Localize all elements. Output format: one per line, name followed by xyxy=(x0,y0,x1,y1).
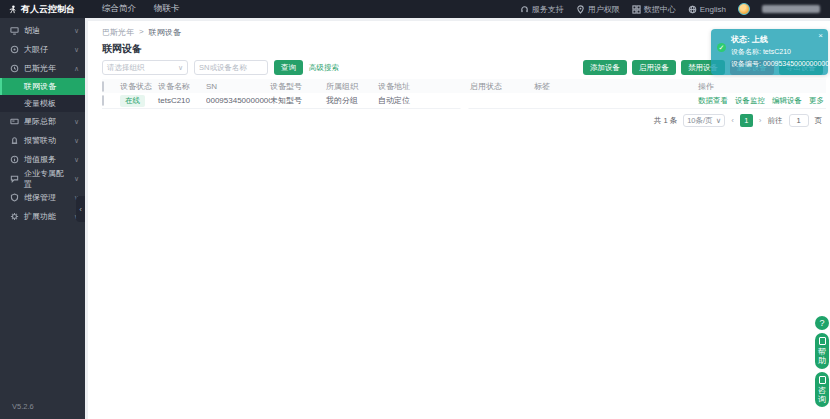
chevron-down-icon: ∨ xyxy=(74,27,79,35)
topnav-iot-card[interactable]: 物联卡 xyxy=(154,3,180,15)
col-operations: 操作 xyxy=(698,81,826,92)
eye-icon xyxy=(10,45,19,54)
toast-status-value: 上线 xyxy=(752,35,768,44)
col-sn: SN xyxy=(206,82,270,91)
success-check-icon: ✓ xyxy=(717,43,726,52)
sidebar-group-enterprise-config[interactable]: 企业专属配置 ∨ xyxy=(0,169,85,188)
gear-icon xyxy=(10,212,19,221)
sn-cell: 0009534500000000... xyxy=(206,96,270,105)
col-org: 所属组织 xyxy=(326,81,378,92)
model-cell: 未知型号 xyxy=(270,95,326,106)
user-permission-label: 用户权限 xyxy=(588,4,620,15)
col-model: 设备型号 xyxy=(270,81,326,92)
device-name-cell: tetsC210 xyxy=(158,96,206,105)
sidebar-item-variable-template[interactable]: 变量模板 xyxy=(0,95,85,112)
alarm-icon xyxy=(10,136,19,145)
edit-device-link[interactable]: 编辑设备 xyxy=(772,96,802,106)
data-center-link[interactable]: 数据中心 xyxy=(632,4,676,15)
sidebar-subitem-label: 联网设备 xyxy=(24,81,56,92)
brand-name: 有人云控制台 xyxy=(21,3,75,16)
col-address: 设备地址 xyxy=(378,81,470,92)
topbar: 有人云控制台 综合简介 物联卡 服务支持 用户权限 数据中心 English xyxy=(0,0,830,18)
org-select[interactable]: 请选择组织 ∨ xyxy=(102,60,188,75)
sidebar-group-buzz[interactable]: 巴斯光年 ∧ xyxy=(0,59,85,78)
device-monitor-link[interactable]: 设备监控 xyxy=(735,96,765,106)
filter-row: 请选择组织 ∨ 查询 高级搜索 xyxy=(102,60,339,75)
chevron-down-icon: ∨ xyxy=(74,118,79,126)
col-device-name: 设备名称 xyxy=(158,81,206,92)
sidebar-group-label: 报警联动 xyxy=(24,135,56,146)
col-tags: 标签 xyxy=(534,81,698,92)
sidebar-group-extensions[interactable]: 扩展功能 ∨ xyxy=(0,207,85,226)
goto-page-input[interactable] xyxy=(789,114,809,127)
more-link[interactable]: 更多 xyxy=(809,96,824,106)
row-operations: 数据查看 设备监控 编辑设备 更多 xyxy=(698,96,826,106)
sidebar-group-alarm-linkage[interactable]: 报警联动 ∨ xyxy=(0,131,85,150)
support-label: 服务支持 xyxy=(532,4,564,15)
add-device-button[interactable]: 添加设备 xyxy=(583,60,627,75)
sidebar-subitem-label: 变量模板 xyxy=(24,98,56,109)
toast-title: 状态: 上线 xyxy=(731,34,830,45)
sidebar-item-networked-devices[interactable]: 联网设备 xyxy=(0,78,85,95)
prev-page-button[interactable]: ‹ xyxy=(731,116,734,125)
consult-button[interactable]: 咨询 xyxy=(815,372,829,407)
help-button[interactable]: 帮助 xyxy=(815,333,829,368)
org-select-placeholder: 请选择组织 xyxy=(107,63,145,73)
brand[interactable]: 有人云控制台 xyxy=(0,3,86,16)
sidebar-submenu: 联网设备 变量模板 xyxy=(0,78,85,112)
support-link[interactable]: 服务支持 xyxy=(520,4,564,15)
sidebar: 胡迪 ∨ 大眼仔 ∨ 巴斯光年 ∧ 联网设备 变量模板 星际总部 ∨ xyxy=(0,18,85,419)
org-cell: 我的分组 xyxy=(326,95,378,106)
chevron-down-icon: ∨ xyxy=(74,137,79,145)
language-label: English xyxy=(700,5,726,14)
language-switch[interactable]: English xyxy=(688,5,726,14)
sidebar-group-label: 胡迪 xyxy=(24,25,40,36)
collapse-icon: ‹ xyxy=(79,205,82,214)
sidebar-group-dayanzai[interactable]: 大眼仔 ∨ xyxy=(0,40,85,59)
topbar-right: 服务支持 用户权限 数据中心 English xyxy=(520,3,830,15)
sidebar-group-value-added[interactable]: 增值服务 ∨ xyxy=(0,150,85,169)
breadcrumb: 巴斯光年 > 联网设备 xyxy=(102,27,181,38)
pagination: 共 1 条 10条/页 ∨ ‹ 1 › 前往 页 xyxy=(654,114,822,127)
toast-device-name: 设备名称: tetsC210 xyxy=(731,47,830,57)
monitor-icon xyxy=(10,26,19,35)
breadcrumb-parent[interactable]: 巴斯光年 xyxy=(102,27,134,38)
goto-label: 前往 xyxy=(768,116,783,126)
row-checkbox[interactable] xyxy=(102,95,104,106)
version-label: V5.2.6 xyxy=(12,402,34,411)
query-button[interactable]: 查询 xyxy=(274,60,303,75)
search-input[interactable] xyxy=(194,60,268,75)
page-size-value: 10条/页 xyxy=(687,116,712,126)
next-page-button[interactable]: › xyxy=(759,116,762,125)
status-badge: 在线 xyxy=(120,95,145,107)
page-unit-label: 页 xyxy=(815,116,823,126)
col-device-status: 设备状态 xyxy=(120,81,158,92)
consult-label: 咨询 xyxy=(815,386,829,404)
select-all-checkbox[interactable] xyxy=(102,81,104,92)
topnav-overview[interactable]: 综合简介 xyxy=(102,3,136,15)
username-redacted[interactable] xyxy=(762,5,820,13)
total-count: 共 1 条 xyxy=(654,116,677,126)
grid-icon xyxy=(632,5,641,14)
info-circle-icon xyxy=(10,155,19,164)
enable-device-button[interactable]: 启用设备 xyxy=(632,60,676,75)
chevron-down-icon: ∨ xyxy=(716,116,722,125)
clock-icon xyxy=(10,64,19,73)
view-data-link[interactable]: 数据查看 xyxy=(698,96,728,106)
page-size-select[interactable]: 10条/页 ∨ xyxy=(683,114,725,127)
chevron-down-icon: ∨ xyxy=(74,175,79,183)
sidebar-collapse-handle[interactable]: ‹ xyxy=(76,196,85,222)
sidebar-group-maintenance[interactable]: 维保管理 ∨ xyxy=(0,188,85,207)
help-question-icon[interactable]: ? xyxy=(815,316,829,330)
sidebar-group-interstellar-hq[interactable]: 星际总部 ∨ xyxy=(0,112,85,131)
sidebar-group-hudi[interactable]: 胡迪 ∨ xyxy=(0,21,85,40)
app-window: 有人云控制台 综合简介 物联卡 服务支持 用户权限 数据中心 English xyxy=(0,0,830,419)
address-cell: 自动定位 xyxy=(378,95,470,106)
advanced-search-link[interactable]: 高级搜索 xyxy=(309,63,339,73)
toast-sn-label: 设备编号: xyxy=(731,60,761,67)
close-icon[interactable]: × xyxy=(818,31,823,40)
current-page-button[interactable]: 1 xyxy=(740,114,753,127)
sidebar-group-label: 增值服务 xyxy=(24,154,56,165)
avatar[interactable] xyxy=(738,3,750,15)
user-permission-link[interactable]: 用户权限 xyxy=(576,4,620,15)
